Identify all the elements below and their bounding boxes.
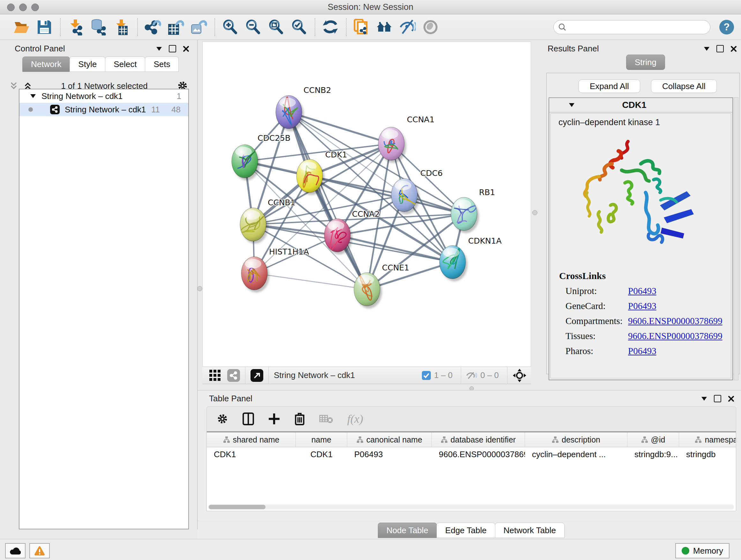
cell-name[interactable]: CDK1 <box>296 449 347 459</box>
refresh-button[interactable] <box>321 18 340 37</box>
crosslink-link[interactable]: 9606.ENSP00000378699 <box>628 316 723 326</box>
add-column-icon[interactable] <box>268 413 280 425</box>
right-splitter-handle[interactable] <box>532 210 537 215</box>
tab-select[interactable]: Select <box>105 57 145 72</box>
cell-description[interactable]: cyclin–dependent ... <box>525 449 627 459</box>
help-button[interactable]: ? <box>719 20 734 35</box>
close-panel-icon[interactable] <box>731 46 737 52</box>
node-CCNA1[interactable]: CCNA1 <box>378 115 434 163</box>
edge-HIST1H1A-CCNE1[interactable] <box>254 273 367 289</box>
collapse-arrow-icon[interactable] <box>30 94 36 98</box>
string-home-button[interactable] <box>375 18 394 37</box>
undock-panel-icon[interactable] <box>714 395 721 402</box>
node-CCNB1[interactable]: CCNB1 <box>240 198 295 244</box>
delete-column-icon[interactable] <box>294 413 305 425</box>
tab-sets[interactable]: Sets <box>145 57 179 72</box>
crosslink-link[interactable]: 9606.ENSP00000378699 <box>628 331 723 341</box>
search-input[interactable] <box>569 22 710 32</box>
export-table-icon <box>167 19 184 36</box>
export-network-button[interactable] <box>144 18 162 37</box>
undock-panel-icon[interactable] <box>169 45 176 52</box>
clone-network-button[interactable] <box>352 18 371 37</box>
export-image-button[interactable] <box>190 18 208 37</box>
zoom-in-button[interactable] <box>221 18 239 37</box>
tab-string[interactable]: String <box>626 55 665 70</box>
close-panel-icon[interactable] <box>183 46 189 52</box>
share-view-icon[interactable] <box>227 369 240 382</box>
float-panel-icon[interactable] <box>701 397 707 401</box>
cloud-status-button[interactable] <box>5 543 25 558</box>
column-header-name[interactable]: name <box>296 432 347 447</box>
results-scrollbar[interactable] <box>734 98 738 380</box>
crosslink-link[interactable]: P06493 <box>628 346 657 356</box>
crosslink-link[interactable]: P06493 <box>628 286 657 296</box>
import-network-database-button[interactable] <box>89 18 108 37</box>
network-row-selected[interactable]: String Network – cdk1 11 48 <box>19 103 188 116</box>
column-header-database-identifier[interactable]: database identifier <box>432 432 525 447</box>
collapse-all-button[interactable]: Collapse All <box>651 79 717 93</box>
node-CCNA2[interactable]: CCNA2 <box>324 209 380 254</box>
column-header-shared-name[interactable]: shared name <box>207 432 296 447</box>
collapse-all-networks-icon[interactable] <box>10 81 18 90</box>
table-options-gear-icon[interactable] <box>216 413 228 425</box>
tab-node-table[interactable]: Node Table <box>378 523 437 538</box>
float-panel-icon[interactable] <box>156 47 162 51</box>
cell-shared-name[interactable]: CDK1 <box>207 449 296 459</box>
warnings-button[interactable] <box>29 543 50 558</box>
collapse-protein-icon[interactable] <box>569 103 575 107</box>
toolbar-separator <box>60 18 61 36</box>
tab-edge-table[interactable]: Edge Table <box>436 523 495 538</box>
delete-table-icon[interactable] <box>319 414 333 424</box>
close-panel-icon[interactable] <box>728 396 734 401</box>
open-session-button[interactable] <box>12 18 30 37</box>
memory-button[interactable]: Memory <box>675 543 730 558</box>
birdseye-view-button[interactable] <box>421 18 440 37</box>
column-header-canonical-name[interactable]: canonical name <box>347 432 432 447</box>
cell-canonical-name[interactable]: P06493 <box>347 449 432 459</box>
zoom-fit-content-button[interactable] <box>267 18 285 37</box>
float-panel-icon[interactable] <box>704 47 710 51</box>
node-RB1[interactable]: RB1 <box>451 188 495 233</box>
table-h-scrollbar[interactable] <box>208 504 734 509</box>
node-HIST1H1A[interactable]: HIST1H1A <box>241 247 309 293</box>
tab-network-table[interactable]: Network Table <box>495 523 564 538</box>
tab-style[interactable]: Style <box>70 57 105 72</box>
search-box[interactable] <box>553 20 711 34</box>
left-splitter-handle[interactable] <box>197 286 202 291</box>
cell-database-identifier[interactable]: 9606.ENSP00000378699 <box>432 449 525 459</box>
export-network-icon <box>145 19 161 36</box>
edge-CCNB2-CCNA1[interactable] <box>289 112 391 144</box>
show-hide-button[interactable] <box>398 18 417 37</box>
network-collection-row[interactable]: String Network – cdk1 1 <box>19 89 188 103</box>
import-network-file-button[interactable] <box>66 18 85 37</box>
node-CDKN1A[interactable]: CDKN1A <box>440 236 502 281</box>
table-h-scrollbar-thumb[interactable] <box>209 505 266 509</box>
selected-checkbox-icon[interactable] <box>422 371 431 380</box>
hidden-eye-icon[interactable] <box>466 371 477 380</box>
node-CCNE1[interactable]: CCNE1 <box>354 263 409 308</box>
table-row[interactable]: CDK1CDK1P064939606.ENSP00000378699cyclin… <box>207 447 736 461</box>
grid-view-icon[interactable] <box>209 369 221 382</box>
export-table-button[interactable] <box>166 18 185 37</box>
node-CCNB2[interactable]: CCNB2 <box>276 85 331 131</box>
save-session-button[interactable] <box>35 18 54 37</box>
cell-namespace[interactable]: stringdb <box>679 449 736 459</box>
expand-all-button[interactable]: Expand All <box>579 79 640 93</box>
column-header-description[interactable]: description <box>525 432 627 447</box>
function-builder-icon[interactable]: f(x) <box>347 412 363 426</box>
zoom-selected-button[interactable] <box>290 18 308 37</box>
undock-panel-icon[interactable] <box>717 45 724 52</box>
edge-CCNB2-CCNE1[interactable] <box>289 112 367 289</box>
show-columns-icon[interactable] <box>243 413 254 425</box>
node-table[interactable]: shared namenamecanonical namedatabase id… <box>206 431 736 511</box>
column-header-@id[interactable]: @id <box>627 432 679 447</box>
network-canvas[interactable]: CCNB2 CCNA1 CDC25B CDK1 CDC6 RB1 CCNB1 C… <box>202 42 531 367</box>
birdseye-crosshair-icon[interactable] <box>513 368 527 382</box>
zoom-out-button[interactable] <box>244 18 262 37</box>
detach-view-icon[interactable] <box>251 369 263 382</box>
tab-network[interactable]: Network <box>22 57 70 72</box>
column-header-namespace[interactable]: namespace <box>679 432 736 447</box>
cell-@id[interactable]: stringdb:9... <box>627 449 679 459</box>
import-table-button[interactable] <box>112 18 131 37</box>
crosslink-link[interactable]: P06493 <box>628 301 657 311</box>
